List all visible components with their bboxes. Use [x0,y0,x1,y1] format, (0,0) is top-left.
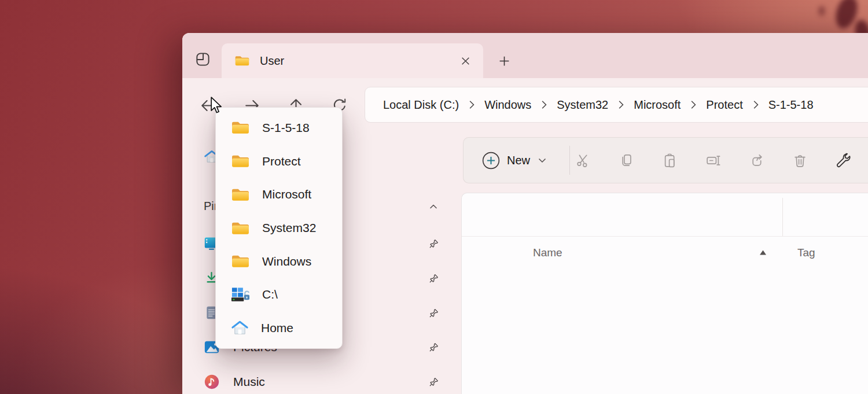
plus-icon [498,55,510,67]
home-icon [231,320,249,336]
chevron-down-icon [537,155,547,165]
wallpaper-blotch [818,6,825,16]
folder-icon [231,220,250,236]
pin-icon[interactable] [429,343,439,352]
menu-item[interactable]: Home [216,311,342,345]
copy-button[interactable] [613,148,639,173]
folder-icon [231,120,250,135]
sidebar-item-music[interactable]: Music [204,374,265,390]
breadcrumb-item[interactable]: S-1-5-18 [762,95,820,115]
menu-item-label: Home [261,321,293,335]
header-divider [462,236,868,237]
delete-button[interactable] [787,148,812,173]
menu-item[interactable]: Protect [216,145,342,178]
folder-icon [231,187,250,202]
pin-icon[interactable] [429,308,439,318]
new-button[interactable]: New [482,152,547,170]
menu-item[interactable]: S-1-5-18 [216,111,342,145]
sort-ascending-icon [759,249,767,256]
cut-button[interactable] [570,148,595,173]
folder-icon [231,253,250,269]
menu-item-label: Windows [262,255,311,268]
column-header-tag[interactable]: Tag [797,246,815,259]
breadcrumb-item[interactable]: System32 [550,95,615,115]
chevron-right-icon [749,100,762,109]
copy-icon [619,153,634,168]
chevron-right-icon [538,100,550,109]
paste-button[interactable] [657,148,682,173]
pin-icon[interactable] [429,274,439,283]
pin-icon[interactable] [429,239,439,249]
menu-item-label: C:\ [262,288,278,301]
tab-user[interactable]: User [222,43,483,78]
chevron-right-icon [687,100,700,109]
share-button[interactable] [744,148,769,173]
file-list-pane: Name Tag [461,193,868,394]
new-tab-button[interactable] [494,50,514,71]
chevron-right-icon [465,100,478,109]
command-toolbar: New [463,137,868,183]
menu-item-label: System32 [262,221,316,235]
music-icon [204,374,220,390]
tools-button[interactable] [830,148,856,173]
tab-close-button[interactable] [455,51,475,71]
scissors-icon [575,153,591,168]
breadcrumb: Local Disk (C:) Windows System32 Microso… [365,87,868,123]
tab-list-icon [195,51,211,67]
menu-item[interactable]: System32 [216,211,342,245]
breadcrumb-item[interactable]: Local Disk (C:) [377,95,465,115]
menu-item[interactable]: C:\ [216,278,342,312]
chevron-up-icon[interactable] [428,201,439,212]
tab-title: User [260,54,284,68]
rename-icon [705,153,721,168]
share-icon [749,153,764,168]
sidebar-item-label: Music [233,375,265,389]
pin-icon[interactable] [429,377,439,387]
clipboard-icon [662,153,678,168]
menu-item-label: Microsoft [262,187,311,201]
trash-icon [792,153,808,168]
chevron-right-icon [615,100,627,109]
titlebar: User [182,33,868,78]
menu-item-label: Protect [262,154,301,168]
file-explorer-window: User [182,33,868,394]
folder-icon [231,153,250,169]
computer-icon [231,286,250,303]
new-button-label: New [507,154,530,167]
wrench-icon [836,153,851,168]
menu-item[interactable]: Windows [216,245,342,278]
tab-list-button[interactable] [191,47,214,71]
breadcrumb-item[interactable]: Microsoft [627,95,687,115]
column-divider[interactable] [782,198,783,236]
mouse-cursor [209,97,225,115]
history-dropdown-menu: S-1-5-18 Protect Microsoft System32 Wind… [215,107,343,349]
breadcrumb-item[interactable]: Protect [700,95,749,115]
folder-icon [234,54,250,67]
menu-item-label: S-1-5-18 [262,121,310,135]
breadcrumb-item[interactable]: Windows [478,95,538,115]
rename-button[interactable] [700,148,726,173]
desktop: { "colors": { "wallpaper_red": "#9a3c41"… [0,0,868,394]
menu-item[interactable]: Microsoft [216,178,342,211]
column-header-name[interactable]: Name [533,246,562,259]
add-circle-icon [482,152,500,170]
